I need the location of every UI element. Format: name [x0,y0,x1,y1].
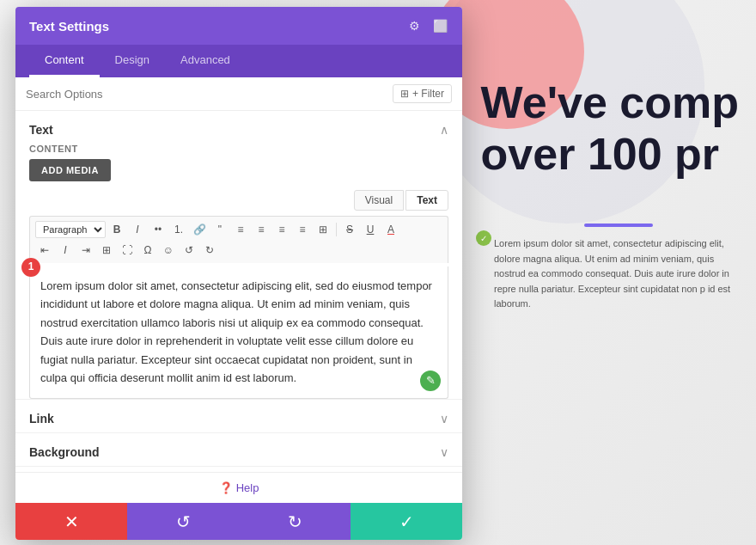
bold-button[interactable]: B [107,220,126,239]
modal-title: Text Settings [29,19,109,34]
link-section-header[interactable]: Link ∨ [15,400,462,432]
link-section-title: Link [29,412,54,426]
link-button[interactable]: 🔗 [190,220,209,239]
check-badge: ✓ [476,230,491,246]
help-footer: ❓ Help [15,472,462,503]
fullscreen-btn[interactable]: ⛶ [118,241,137,260]
admin-label-section: Admin Label ∨ [15,466,462,473]
settings-icon[interactable]: ⚙ [405,17,423,34]
indent-btn[interactable]: ⇤ [35,241,54,260]
text-toggle-button[interactable]: Text [405,190,448,211]
save-button[interactable]: ✓ [351,503,462,540]
background-section-header[interactable]: Background ∨ [15,433,462,466]
undo-toolbar-btn[interactable]: ↺ [180,241,198,260]
omega-btn[interactable]: Ω [138,241,157,260]
modal-tabs: Content Design Advanced [15,45,462,77]
editor-edit-icon[interactable]: ✎ [420,370,441,391]
text-settings-modal: Text Settings ⚙ ⬜ Content Design Advance… [15,7,462,540]
tab-design[interactable]: Design [100,45,165,77]
background-section: Background ∨ [15,432,462,466]
modal-header: Text Settings ⚙ ⬜ [15,7,462,45]
paragraph-select[interactable]: Paragraph [35,221,106,238]
admin-label-section-header[interactable]: Admin Label ∨ [15,467,462,473]
editor-toolbar: Paragraph B I •• 1. 🔗 " ≡ ≡ ≡ ≡ ⊞ S U A … [29,216,448,263]
help-icon: ❓ [219,481,233,494]
redo-toolbar-btn[interactable]: ↻ [200,241,219,260]
toolbar-divider-1 [336,223,337,236]
expand-icon[interactable]: ⬜ [431,17,448,34]
modal-header-icons: ⚙ ⬜ [405,17,448,34]
preview-body-text: Lorem ipsum dolor sit amet, consectetur … [494,236,743,312]
underline-button[interactable]: U [361,220,380,239]
link-section: Link ∨ [15,399,462,432]
editor-text: Lorem ipsum dolor sit amet, consectetur … [40,279,432,384]
help-link[interactable]: ❓ Help [29,481,448,494]
tab-advanced[interactable]: Advanced [165,45,246,77]
indent2-btn[interactable]: ⇥ [76,241,95,260]
strikethrough-button[interactable]: S [340,220,359,239]
blockquote-button[interactable]: " [210,220,229,239]
search-bar: ⊞ + Filter [15,77,462,111]
background-section-chevron: ∨ [440,445,448,459]
align-left-button[interactable]: ≡ [231,220,250,239]
more-button[interactable]: ⊞ [314,220,332,239]
search-input[interactable] [26,88,393,101]
ul-button[interactable]: •• [149,220,168,239]
content-label: Content [15,144,462,159]
filter-icon: ⊞ [400,88,409,100]
accent-line [584,224,653,227]
editor-area[interactable]: 1 Lorem ipsum dolor sit amet, consectetu… [29,266,448,399]
background-section-title: Background [29,445,100,459]
outdent-btn[interactable]: I [56,241,75,260]
outdent2-btn[interactable]: ⊞ [97,241,116,260]
toolbar-row-2: ⇤ I ⇥ ⊞ ⛶ Ω ☺ ↺ ↻ [35,241,442,260]
align-justify-button[interactable]: ≡ [293,220,312,239]
editor-number-badge: 1 [21,258,40,277]
align-center-button[interactable]: ≡ [252,220,271,239]
text-section-header[interactable]: Text ∧ [15,111,462,144]
undo-button[interactable]: ↺ [127,503,239,540]
ol-button[interactable]: 1. [169,220,188,239]
textcolor-button[interactable]: A [381,220,400,239]
text-section-chevron: ∧ [440,123,448,137]
italic-button[interactable]: I [128,220,147,239]
redo-button[interactable]: ↻ [239,503,351,540]
align-right-button[interactable]: ≡ [272,220,291,239]
cancel-button[interactable]: ✕ [15,503,127,540]
toolbar-row-1: Paragraph B I •• 1. 🔗 " ≡ ≡ ≡ ≡ ⊞ S U A [35,220,442,239]
filter-button[interactable]: ⊞ + Filter [393,84,452,103]
modal-body: Text ∧ Content ADD MEDIA Visual Text Par… [15,111,462,472]
emoji-btn[interactable]: ☺ [159,241,178,260]
editor-toggle: Visual Text [15,190,462,216]
add-media-button[interactable]: ADD MEDIA [29,159,111,181]
modal-actions: ✕ ↺ ↻ ✓ [15,503,462,540]
visual-toggle-button[interactable]: Visual [354,190,404,211]
preview-headline: We've comp over 100 pr [481,77,739,181]
link-section-chevron: ∨ [440,412,448,426]
tab-content[interactable]: Content [29,45,100,77]
text-section-title: Text [29,123,53,137]
